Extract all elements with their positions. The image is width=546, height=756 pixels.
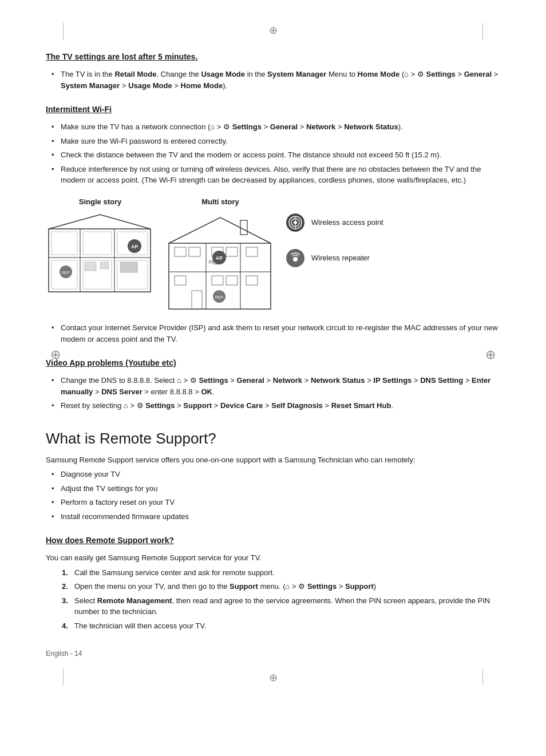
svg-rect-25 bbox=[226, 247, 238, 256]
legend-rep-item: Wireless repeater bbox=[286, 249, 383, 267]
home-icon-1: ⌂ bbox=[404, 70, 409, 78]
svg-text:REP: REP bbox=[62, 271, 70, 275]
video-app-title: Video App problems (Youtube etc) bbox=[46, 357, 500, 369]
svg-rect-30 bbox=[246, 276, 258, 285]
gear-icon-1: ⚙ bbox=[417, 70, 424, 78]
tv-settings-section: The TV settings are lost after 5 minutes… bbox=[46, 51, 500, 91]
how-does-remote-support-intro: You can easily get Samsung Remote Suppor… bbox=[46, 552, 500, 564]
bottom-right-line bbox=[482, 668, 483, 686]
svg-rect-5 bbox=[83, 232, 112, 255]
step-2-text: Open the menu on your TV, and then go to… bbox=[74, 581, 376, 592]
what-is-remote-support-intro: Samsung Remote Support service offers yo… bbox=[46, 454, 500, 466]
video-app-bullet-2: Reset by selecting ⌂ > ⚙ Settings > Supp… bbox=[52, 400, 500, 411]
home-icon-4: ⌂ bbox=[124, 401, 128, 410]
top-left-line bbox=[63, 23, 64, 40]
svg-rect-28 bbox=[212, 276, 223, 285]
page-wrapper: ⊕ ⊕ ⊕ The TV settings are lost after 5 m… bbox=[46, 23, 500, 686]
ap-legend-label: Wireless access point bbox=[311, 217, 383, 228]
intermittent-wifi-title: Intermittent Wi-Fi bbox=[46, 104, 500, 116]
how-does-remote-support-title: How does Remote Support work? bbox=[46, 535, 500, 547]
video-app-bullet-list: Change the DNS to 8.8.8.8. Select ⌂ > ⚙ … bbox=[46, 375, 500, 411]
video-app-bullet-1: Change the DNS to 8.8.8.8. Select ⌂ > ⚙ … bbox=[52, 375, 500, 397]
right-compass-symbol: ⊕ bbox=[485, 345, 496, 364]
what-is-remote-support-bullet-list: Diagnose your TV Adjust the TV settings … bbox=[46, 469, 500, 522]
wifi-bullet-3: Check the distance between the TV and th… bbox=[52, 149, 500, 161]
home-icon-3: ⌂ bbox=[177, 376, 181, 385]
svg-text:REP: REP bbox=[215, 295, 224, 299]
step-3-num: 3. bbox=[62, 595, 71, 618]
tv-settings-title: The TV settings are lost after 5 minutes… bbox=[46, 51, 500, 63]
contact-bullet-list: Contact your Internet Service Provider (… bbox=[46, 322, 500, 345]
step-3-text: Select Remote Management, then read and … bbox=[74, 595, 500, 618]
remote-support-bullet-2: Adjust the TV settings for you bbox=[52, 483, 500, 494]
how-does-remote-support-steps: 1. Call the Samsung service center and a… bbox=[46, 567, 500, 632]
svg-rect-29 bbox=[226, 276, 238, 285]
tv-settings-bullet-list: The TV is in the Retail Mode. Change the… bbox=[46, 69, 500, 91]
remote-support-bullet-4: Install recommended firmware updates bbox=[52, 511, 500, 523]
svg-rect-4 bbox=[52, 232, 77, 255]
step-1: 1. Call the Samsung service center and a… bbox=[57, 567, 500, 579]
how-does-remote-support-section: How does Remote Support work? You can ea… bbox=[46, 535, 500, 631]
svg-text:AP: AP bbox=[131, 244, 139, 250]
step-1-text: Call the Samsung service center and ask … bbox=[74, 567, 275, 579]
wifi-bullet-2: Make sure the Wi-Fi password is entered … bbox=[52, 136, 500, 147]
intermittent-wifi-bullet-list: Make sure the TV has a network connectio… bbox=[46, 121, 500, 186]
step-2: 2. Open the menu on your TV, and then go… bbox=[57, 581, 500, 592]
single-story-label: Single story bbox=[79, 196, 121, 208]
remote-support-bullet-1: Diagnose your TV bbox=[52, 469, 500, 480]
remote-support-bullet-3: Perform a factory reset on your TV bbox=[52, 497, 500, 508]
svg-rect-10 bbox=[85, 262, 96, 271]
svg-rect-27 bbox=[175, 276, 186, 285]
ap-legend-icon bbox=[286, 213, 304, 232]
video-app-section: Video App problems (Youtube etc) Change … bbox=[46, 357, 500, 411]
top-compass-symbol: ⊕ bbox=[46, 23, 500, 38]
gear-icon-4: ⚙ bbox=[137, 401, 144, 410]
tv-settings-bullet-1: The TV is in the Retail Mode. Change the… bbox=[52, 69, 500, 91]
what-is-remote-support-title: What is Remote Support? bbox=[46, 428, 500, 450]
wifi-bullet-1: Make sure the TV has a network connectio… bbox=[52, 121, 500, 133]
diagram-area: Single story bbox=[46, 196, 500, 312]
gear-icon-3: ⚙ bbox=[190, 376, 197, 385]
step-4-text: The technician will then access your TV. bbox=[74, 620, 207, 632]
svg-point-42 bbox=[293, 257, 298, 262]
svg-rect-19 bbox=[240, 220, 247, 235]
step-2-num: 2. bbox=[62, 581, 71, 592]
wifi-bullet-4: Reduce interference by not using or turn… bbox=[52, 164, 500, 186]
gear-icon-2: ⚙ bbox=[223, 122, 230, 131]
left-compass-symbol: ⊕ bbox=[50, 345, 61, 364]
intermittent-wifi-section: Intermittent Wi-Fi Make sure the TV has … bbox=[46, 104, 500, 345]
step-3: 3. Select Remote Management, then read a… bbox=[57, 595, 500, 618]
legend-area: Wireless access point Wireless repeater bbox=[286, 196, 383, 267]
home-icon-2: ⌂ bbox=[210, 122, 215, 131]
svg-rect-22 bbox=[175, 247, 186, 256]
svg-rect-32 bbox=[209, 260, 213, 263]
step-4-num: 4. bbox=[62, 620, 71, 632]
legend-ap-item: Wireless access point bbox=[286, 213, 383, 232]
contact-bullet: Contact your Internet Service Provider (… bbox=[52, 322, 500, 345]
rep-legend-label: Wireless repeater bbox=[311, 252, 370, 264]
single-story-section: Single story bbox=[46, 196, 155, 298]
page-footer: English - 14 bbox=[46, 648, 500, 659]
gear-icon-5: ⚙ bbox=[298, 582, 305, 591]
top-right-line bbox=[482, 23, 483, 40]
rep-legend-icon bbox=[286, 249, 304, 267]
svg-rect-23 bbox=[189, 247, 200, 256]
home-icon-5: ⌂ bbox=[286, 582, 290, 591]
svg-rect-11 bbox=[100, 262, 109, 269]
svg-rect-31 bbox=[192, 291, 202, 309]
step-4: 4. The technician will then access your … bbox=[57, 620, 500, 632]
multi-story-diagram: AP REP bbox=[166, 212, 275, 312]
bottom-left-line bbox=[63, 668, 64, 686]
what-is-remote-support-section: What is Remote Support? Samsung Remote S… bbox=[46, 428, 500, 523]
step-1-num: 1. bbox=[62, 567, 71, 579]
svg-rect-26 bbox=[246, 247, 258, 256]
svg-rect-12 bbox=[120, 262, 137, 272]
multi-story-label: Multi story bbox=[201, 196, 239, 208]
svg-text:AP: AP bbox=[216, 255, 223, 261]
bottom-compass-symbol: ⊕ bbox=[46, 670, 500, 686]
single-story-diagram: AP REP bbox=[46, 212, 155, 298]
multi-story-section: Multi story bbox=[166, 196, 275, 312]
